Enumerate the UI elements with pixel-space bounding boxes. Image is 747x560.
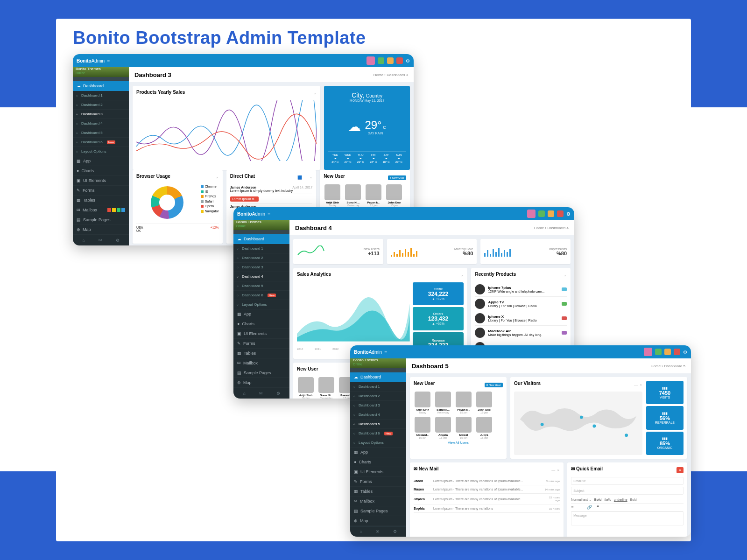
alert-icon[interactable] [396,57,403,64]
browser-card: Browser Usage— × ChromeIEFireFoxSafariOp… [133,170,223,244]
svg-rect-19 [509,249,511,257]
mail-icon[interactable] [387,57,394,64]
svg-rect-9 [416,251,417,257]
svg-rect-16 [501,253,502,257]
user-tile[interactable]: Arijit SinhToday [414,392,431,414]
svg-rect-15 [498,248,500,257]
quick-email-card: ✉ Quick Email× Email to: Subject Normal … [567,462,687,537]
svg-rect-14 [495,252,497,257]
svg-rect-10 [484,253,486,257]
donut-chart [151,186,183,219]
card-tools[interactable]: — × [308,91,317,96]
svg-rect-5 [405,249,406,257]
stat-tile: ▮▮▮56%REFERRALS [646,406,684,429]
topbar-icons[interactable]: ⚙ [366,56,410,65]
svg-rect-0 [391,255,392,257]
subject-input[interactable]: Subject [571,487,684,495]
user-tile[interactable]: John Doo15 jan [385,184,403,207]
notif-icon[interactable] [378,57,384,64]
home-icon[interactable]: ⌂ [82,238,85,243]
user-tile[interactable]: John Doo15 jan [475,392,493,414]
stat-tile: ▮▮▮7450VISITS [646,381,684,404]
product-row[interactable]: Apple TvLibrary | For You | Browse | Rad… [475,297,567,311]
screenshot-dashboard-5: BonitoAdmin ≡ ⚙ Bonito ThemesOnline ☁ Da… [350,345,691,537]
email-to-input[interactable]: Email to: [571,477,684,485]
sidebar-dashboard[interactable]: ☁ Dashboard [73,81,129,91]
hero-title: Bonito Bootstrap Admin Template [73,28,366,48]
svg-rect-3 [399,250,401,257]
svg-rect-2 [396,254,398,257]
new-user-card: New User8 New User Arijit SinhTodaySonu … [410,377,507,459]
world-map[interactable] [514,392,642,455]
product-row[interactable]: Iphone 7plus12MP Wide-angle and telephot… [475,282,567,297]
svg-rect-12 [490,254,491,257]
search-input[interactable] [73,77,129,81]
gear-icon[interactable]: ⚙ [116,238,120,243]
product-row[interactable]: MacBook AirMake big things happen. All d… [475,326,567,340]
weather-card: City, Country MONDAY May 11, 2017 ☁ 29° … [324,86,410,170]
user-tile[interactable]: Angela15 jan [434,417,452,439]
weather-icon: ☁ [348,119,361,134]
mail-row[interactable]: SophiaLorem Ipsum - There are many varia… [414,504,560,513]
svg-rect-8 [413,254,415,257]
user-tile[interactable]: Alexand...15 jan [414,417,431,439]
svg-rect-7 [410,248,412,257]
user-tile[interactable]: Sonu Ni...Yesterday [317,377,335,399]
stat-tile: ▮▮▮85%ORGANIC [646,432,684,455]
svg-rect-17 [504,250,505,257]
svg-point-20 [541,423,544,426]
svg-rect-13 [493,249,494,257]
sales-card: Products Yearly Sales— × [133,86,320,170]
mail-icon[interactable]: ✉ [99,238,102,243]
user-tile[interactable]: Pavan k...15 jan [455,392,472,414]
close-icon[interactable]: × [677,467,684,473]
svg-rect-1 [394,252,395,257]
mail-row[interactable]: MasonLorem Ipsum - There are many variat… [414,485,560,494]
svg-point-23 [625,434,628,437]
breadcrumb[interactable]: Home › Dashboard 3 [374,73,408,77]
user-tile[interactable]: Sonu Ni...Yesterday [344,184,362,207]
svg-point-21 [580,416,583,419]
user-tile[interactable]: Arijit SinhToday [297,377,315,399]
mail-row[interactable]: JaydenLorem Ipsum - There are many varia… [414,494,560,504]
gear-icon[interactable]: ⚙ [406,58,410,63]
svg-rect-6 [408,252,409,257]
user-tile[interactable]: Sonu Ni...Yesterday [434,392,452,414]
kpi-card: Impressions%80 [480,239,571,264]
svg-rect-18 [507,252,508,257]
user-tile[interactable]: Juliya15 jan [475,417,493,439]
avatar[interactable] [366,56,375,65]
visitors-card: Our Visitors— × ▮▮▮7450VISITS▮▮▮56%REFER… [510,377,687,459]
page-header: Dashboard 3Home › Dashboard 3 [129,67,414,82]
user-tile[interactable]: Maical15 jan [455,417,472,439]
kpi-card: Monthly Sale%80 [387,239,477,264]
new-mail-card: ✉ New Mail— × JacobLorem Ipsum - There a… [410,462,564,537]
message-input[interactable]: Message [571,511,684,525]
svg-rect-11 [487,250,488,257]
promo-frame: Bonito Bootstrap Admin Template BonitoAd… [56,19,691,541]
mail-row[interactable]: JacobLorem Ipsum - There are many variat… [414,477,560,485]
user-tile[interactable]: Arijit SinhToday [324,184,341,207]
topbar: BonitoAdmin ≡ ⚙ [73,54,414,67]
svg-point-22 [592,425,596,428]
sidebar: Bonito ThemesOnline ☁ Dashboard Dashboar… [73,67,129,245]
svg-rect-4 [402,253,403,257]
kpi-card: New Users+113 [293,239,383,264]
product-row[interactable]: Iphone XLibrary | For You | Browse | Rad… [475,311,567,326]
user-tile[interactable]: Pavan k...15 jan [365,184,382,207]
